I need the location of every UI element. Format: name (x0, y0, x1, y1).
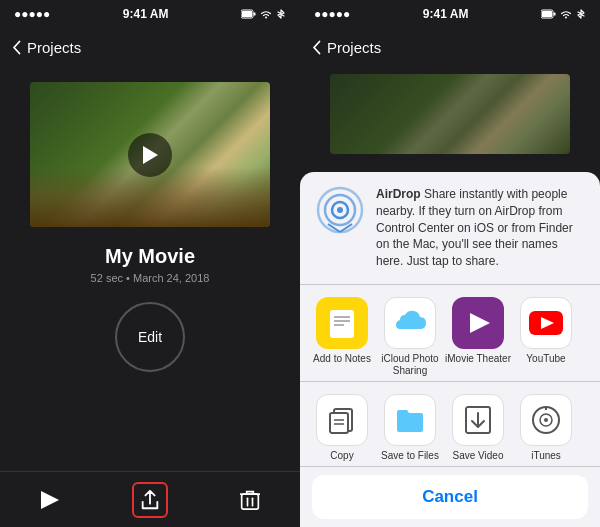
chevron-left-icon (12, 40, 21, 55)
cancel-label: Cancel (422, 487, 478, 507)
share-toolbar-button[interactable] (132, 482, 168, 518)
left-phone-panel: ●●●●● 9:41 AM Projects My Movie 52 sec •… (0, 0, 300, 527)
imovie-app-label: iMovie Theater (445, 353, 511, 365)
airdrop-title: AirDrop (376, 187, 421, 201)
svg-marker-3 (143, 146, 158, 164)
youtube-app-label: YouTube (526, 353, 565, 365)
apps-row: Add to Notes iCloud Photo Sharing iM (300, 285, 600, 382)
app-item-icloud[interactable]: iCloud Photo Sharing (376, 297, 444, 377)
svg-rect-26 (330, 413, 348, 433)
right-video-thumbnail (330, 74, 570, 154)
icloud-app-icon (384, 297, 436, 349)
movie-meta: 52 sec • March 24, 2018 (0, 272, 300, 284)
itunes-action-label: iTunes (531, 450, 561, 462)
right-time: 9:41 AM (423, 7, 469, 21)
itunes-icon-svg (531, 405, 561, 435)
action-item-save-video[interactable]: Save Video (444, 394, 512, 462)
right-phone-panel: ●●●●● 9:41 AM Projects (300, 0, 600, 527)
left-signal: ●●●●● (14, 7, 50, 21)
right-status-bar: ●●●●● 9:41 AM (300, 0, 600, 28)
movie-title: My Movie (0, 245, 300, 268)
bluetooth-icon (276, 9, 286, 19)
wifi-icon (260, 9, 272, 19)
right-back-label: Projects (327, 39, 381, 56)
right-wifi-icon (560, 9, 572, 19)
right-bluetooth-icon (576, 9, 586, 19)
app-item-youtube[interactable]: YouTube (512, 297, 580, 365)
save-video-icon-svg (464, 405, 492, 435)
back-label: Projects (27, 39, 81, 56)
svg-marker-4 (41, 491, 59, 509)
save-files-action-icon (384, 394, 436, 446)
left-battery-group (241, 9, 286, 19)
youtube-icon-svg (528, 310, 564, 336)
notes-icon-svg (326, 307, 358, 339)
play-toolbar-icon (39, 490, 61, 510)
left-time: 9:41 AM (123, 7, 169, 21)
cancel-button[interactable]: Cancel (312, 475, 588, 519)
play-triangle-icon (141, 145, 159, 165)
action-item-itunes[interactable]: iTunes (512, 394, 580, 462)
right-chevron-left-icon (312, 40, 321, 55)
movie-info: My Movie 52 sec • March 24, 2018 (0, 245, 300, 284)
airdrop-description: AirDrop Share instantly with people near… (376, 186, 584, 270)
save-files-action-label: Save to Files (381, 450, 439, 462)
notes-app-label: Add to Notes (313, 353, 371, 365)
svg-marker-22 (470, 313, 490, 333)
svg-point-33 (544, 418, 548, 422)
copy-icon-svg (328, 405, 356, 435)
airdrop-circles-icon (316, 186, 364, 234)
edit-button[interactable]: Edit (115, 302, 185, 372)
airdrop-icon (316, 186, 364, 234)
svg-point-15 (337, 207, 343, 213)
video-thumbnail[interactable] (30, 82, 270, 227)
right-thumb-bg (330, 74, 570, 154)
share-toolbar-icon (139, 489, 161, 511)
action-item-save-files[interactable]: Save to Files (376, 394, 444, 462)
airdrop-row: AirDrop Share instantly with people near… (300, 172, 600, 285)
left-back-button[interactable]: Projects (12, 39, 81, 56)
play-toolbar-button[interactable] (32, 482, 68, 518)
save-video-action-label: Save Video (453, 450, 504, 462)
save-video-action-icon (452, 394, 504, 446)
edit-button-label: Edit (138, 329, 162, 345)
icloud-icon-svg (392, 307, 428, 339)
bottom-toolbar (0, 471, 300, 527)
right-signal: ●●●●● (314, 7, 350, 21)
notes-app-icon (316, 297, 368, 349)
icloud-app-label: iCloud Photo Sharing (376, 353, 444, 377)
right-back-button[interactable]: Projects (312, 39, 381, 56)
share-sheet: AirDrop Share instantly with people near… (300, 172, 600, 527)
imovie-app-icon (452, 297, 504, 349)
battery-icon (241, 9, 256, 19)
copy-action-icon (316, 394, 368, 446)
svg-rect-18 (330, 310, 354, 338)
right-battery-group (541, 9, 586, 19)
folder-icon-svg (395, 406, 425, 434)
svg-rect-11 (553, 13, 555, 16)
left-nav-bar: Projects (0, 28, 300, 66)
imovie-icon-svg (462, 307, 494, 339)
right-nav-bar: Projects (300, 28, 600, 66)
actions-row: Copy Save to Files (300, 382, 600, 467)
copy-action-label: Copy (330, 450, 353, 462)
itunes-action-icon (520, 394, 572, 446)
svg-rect-10 (542, 11, 552, 17)
svg-rect-5 (242, 494, 259, 509)
svg-rect-1 (242, 11, 252, 17)
play-button[interactable] (128, 133, 172, 177)
trash-toolbar-icon (240, 489, 260, 511)
left-status-bar: ●●●●● 9:41 AM (0, 0, 300, 28)
youtube-app-icon (520, 297, 572, 349)
action-item-copy[interactable]: Copy (308, 394, 376, 462)
app-item-notes[interactable]: Add to Notes (308, 297, 376, 365)
svg-rect-2 (253, 13, 255, 16)
trash-toolbar-button[interactable] (232, 482, 268, 518)
right-battery-icon (541, 9, 556, 19)
app-item-imovie[interactable]: iMovie Theater (444, 297, 512, 365)
